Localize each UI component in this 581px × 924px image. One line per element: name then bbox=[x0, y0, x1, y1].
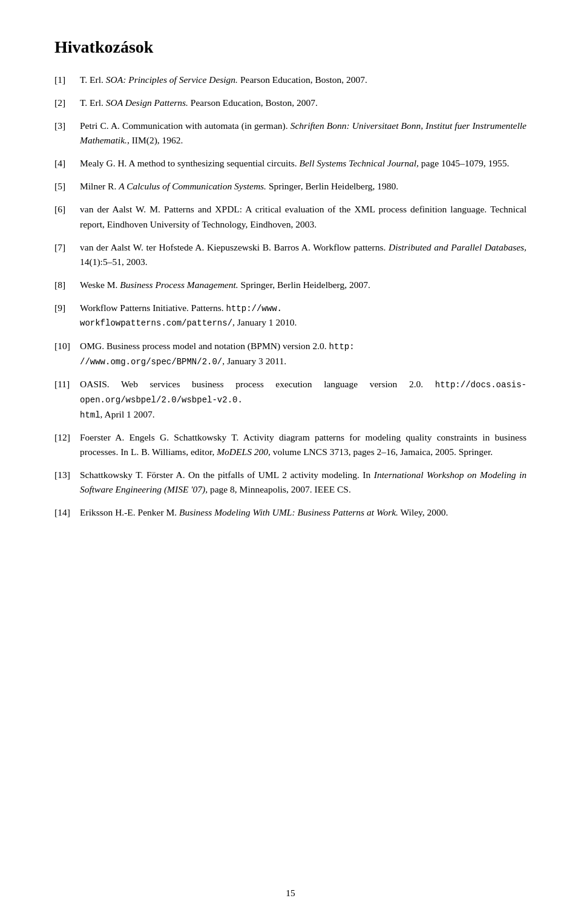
list-item: [1] T. Erl. SOA: Principles of Service D… bbox=[54, 73, 527, 87]
list-item: [13] Schattkowsky T. Förster A. On the p… bbox=[54, 468, 527, 497]
list-item: [8] Weske M. Business Process Management… bbox=[54, 278, 527, 292]
ref-content: van der Aalst W. M. Patterns and XPDL: A… bbox=[80, 202, 527, 231]
ref-content: T. Erl. SOA Design Patterns. Pearson Edu… bbox=[80, 96, 527, 110]
ref-number: [10] bbox=[54, 339, 80, 353]
ref-number: [7] bbox=[54, 240, 80, 255]
ref-number: [5] bbox=[54, 179, 80, 194]
ref-number: [2] bbox=[54, 96, 80, 110]
ref-content: Milner R. A Calculus of Communication Sy… bbox=[80, 179, 527, 194]
ref-number: [13] bbox=[54, 468, 80, 482]
references-list: [1] T. Erl. SOA: Principles of Service D… bbox=[54, 73, 527, 520]
list-item: [11] OASIS. Web services business proces… bbox=[54, 377, 527, 422]
list-item: [7] van der Aalst W. ter Hofstede A. Kie… bbox=[54, 240, 527, 269]
ref-content: T. Erl. SOA: Principles of Service Desig… bbox=[80, 73, 527, 87]
ref-number: [1] bbox=[54, 73, 80, 87]
list-item: [5] Milner R. A Calculus of Communicatio… bbox=[54, 179, 527, 194]
ref-content: Petri C. A. Communication with automata … bbox=[80, 119, 527, 148]
page-number: 15 bbox=[286, 886, 295, 900]
ref-number: [3] bbox=[54, 119, 80, 133]
list-item: [2] T. Erl. SOA Design Patterns. Pearson… bbox=[54, 96, 527, 110]
ref-content: Eriksson H.-E. Penker M. Business Modeli… bbox=[80, 505, 527, 520]
list-item: [14] Eriksson H.-E. Penker M. Business M… bbox=[54, 505, 527, 520]
section-title: Hivatkozások bbox=[54, 36, 527, 58]
list-item: [9] Workflow Patterns Initiative. Patter… bbox=[54, 301, 527, 330]
ref-number: [4] bbox=[54, 156, 80, 171]
list-item: [6] van der Aalst W. M. Patterns and XPD… bbox=[54, 202, 527, 231]
ref-content: Foerster A. Engels G. Schattkowsky T. Ac… bbox=[80, 430, 527, 459]
ref-number: [11] bbox=[54, 377, 80, 392]
ref-content: van der Aalst W. ter Hofstede A. Kiepusz… bbox=[80, 240, 527, 269]
ref-content: OASIS. Web services business process exe… bbox=[80, 377, 527, 422]
list-item: [3] Petri C. A. Communication with autom… bbox=[54, 119, 527, 148]
page: Hivatkozások [1] T. Erl. SOA: Principles… bbox=[0, 0, 581, 924]
ref-content: Workflow Patterns Initiative. Patterns. … bbox=[80, 301, 527, 330]
ref-number: [12] bbox=[54, 430, 80, 445]
ref-content: Weske M. Business Process Management. Sp… bbox=[80, 278, 527, 292]
list-item: [10] OMG. Business process model and not… bbox=[54, 339, 527, 369]
list-item: [12] Foerster A. Engels G. Schattkowsky … bbox=[54, 430, 527, 459]
list-item: [4] Mealy G. H. A method to synthesizing… bbox=[54, 156, 527, 171]
ref-number: [14] bbox=[54, 505, 80, 520]
ref-number: [9] bbox=[54, 301, 80, 315]
ref-content: OMG. Business process model and notation… bbox=[80, 339, 527, 369]
ref-number: [6] bbox=[54, 202, 80, 217]
ref-content: Schattkowsky T. Förster A. On the pitfal… bbox=[80, 468, 527, 497]
ref-content: Mealy G. H. A method to synthesizing seq… bbox=[80, 156, 527, 171]
ref-number: [8] bbox=[54, 278, 80, 292]
